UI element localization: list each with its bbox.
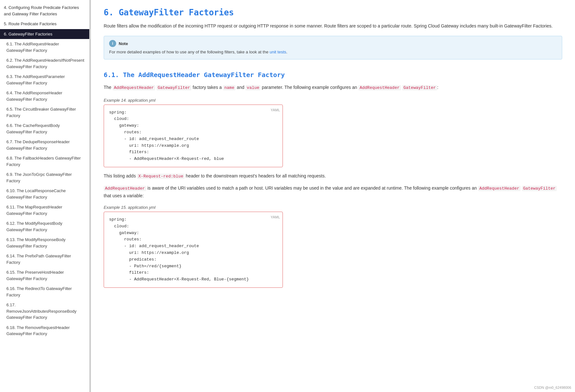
code-line: uri: https://example.org [109, 143, 277, 149]
code-block-1: spring: cloud: gateway: routes: - id: ad… [104, 105, 283, 167]
sidebar-item-item-6-15[interactable]: 6.15. The PreserveHostHeader GatewayFilt… [0, 267, 89, 284]
sidebar-item-item-6-12[interactable]: 6.12. The ModifyRequestBody GatewayFilte… [0, 218, 89, 235]
sidebar-item-item-6-3[interactable]: 6.3. The AddRequestParameter GatewayFilt… [0, 72, 89, 88]
section-6-1-intro: The AddRequestHeader GatewayFilter facto… [104, 84, 562, 91]
sidebar-item-item-6-16[interactable]: 6.16. The RedirectTo GatewayFilter Facto… [0, 284, 89, 300]
inline-code-4: value [245, 85, 260, 90]
inline-code-5: AddRequestHeader [358, 85, 401, 90]
sidebar-item-item-6-10[interactable]: 6.10. The LocalResponseCache GatewayFilt… [0, 186, 89, 202]
note-text: For more detailed examples of how to use… [109, 49, 557, 55]
code-line: - id: add_request_header_route [109, 136, 277, 143]
sidebar-item-item-6-4[interactable]: 6.4. The AddResponseHeader GatewayFilter… [0, 88, 89, 104]
inline-code-body-4: GatewayFilter [522, 186, 557, 191]
inline-code-body-3: AddRequestHeader [478, 186, 521, 191]
body-after-1: header to the downstream request's heade… [185, 173, 326, 178]
code-line: cloud: [109, 116, 277, 122]
sidebar-item-item-6-13[interactable]: 6.13. The ModifyResponseBody GatewayFilt… [0, 235, 89, 251]
footer-credit: CSDN @m0_62498006 [534, 386, 571, 389]
example-1-label: Example 14. application.yml [104, 98, 562, 103]
code-line: - Path=/red/{segment} [109, 263, 277, 270]
code-tag-1: YAML [271, 107, 280, 113]
sidebar-item-item-6-8[interactable]: 6.8. The FallbackHeaders GatewayFilter F… [0, 153, 89, 169]
code-tag-2: YAML [271, 215, 280, 220]
inline-code-1: AddRequestHeader [113, 85, 155, 90]
inline-code-body-1: X-Request-red:blue [137, 174, 184, 179]
code-line: predicates: [109, 256, 277, 263]
code-line: routes: [109, 236, 277, 243]
code-line: cloud: [109, 223, 277, 230]
page-title: 6. GatewayFilter Factories [104, 8, 562, 17]
sidebar-item-item-6-14[interactable]: 6.14. The PrefixPath GatewayFilter Facto… [0, 251, 89, 267]
intro-after3: parameter. The following example configu… [260, 85, 358, 90]
sidebar-item-item-6[interactable]: 6. GatewayFilter Factories [0, 29, 89, 39]
main-content: 6. GatewayFilter Factories Route filters… [91, 0, 575, 392]
code-line: - id: add_request_header_route [109, 243, 277, 250]
inline-code-6: GatewayFilter [402, 85, 437, 90]
code-line: routes: [109, 129, 277, 136]
body-text-2: AddRequestHeader is aware of the URI var… [104, 184, 562, 200]
sidebar: 4. Configuring Route Predicate Factories… [0, 0, 90, 392]
section-6-1-title: 6.1. The AddRequestHeader GatewayFilter … [104, 71, 562, 79]
inline-code-2: GatewayFilter [156, 85, 191, 90]
code-block-2: spring: cloud: gateway: routes: - id: ad… [104, 212, 283, 288]
note-text-before: For more detailed examples of how to use… [109, 50, 268, 54]
intro-after5: : [437, 85, 438, 90]
sidebar-item-item-5[interactable]: 5. Route Predicate Factories [0, 19, 89, 29]
note-label: Note [119, 41, 128, 46]
code-line: - AddRequestHeader=X-Request-Red, Blue-{… [109, 276, 277, 283]
sidebar-item-item-6-5[interactable]: 6.5. The CircuitBreaker GatewayFilter Fa… [0, 104, 89, 121]
sidebar-item-item-6-6[interactable]: 6.6. The CacheRequestBody GatewayFilter … [0, 121, 89, 137]
body-before-1: This listing adds [104, 173, 137, 178]
note-link[interactable]: unit tests [270, 50, 286, 54]
sidebar-item-item-6-7[interactable]: 6.7. The DedupeResponseHeader GatewayFil… [0, 137, 89, 153]
body-after-2: that uses a variable: [104, 193, 144, 198]
example-2-label: Example 15. application.yml [104, 205, 562, 210]
body-mid-2: is aware of the URI variables used to ma… [146, 185, 478, 191]
sidebar-item-item-6-9[interactable]: 6.9. The JsonToGrpc GatewayFilter Factor… [0, 169, 89, 186]
note-header: i Note [109, 40, 557, 47]
intro-before: The [104, 85, 113, 90]
code-line: uri: https://example.org [109, 250, 277, 256]
intro-paragraph: Route filters allow the modification of … [104, 22, 562, 29]
code-line: spring: [109, 216, 277, 223]
code-line: gateway: [109, 230, 277, 237]
note-text-after: . [286, 50, 288, 54]
note-box: i Note For more detailed examples of how… [104, 36, 562, 59]
sidebar-item-item-6-11[interactable]: 6.11. The MapRequestHeader GatewayFilter… [0, 202, 89, 218]
body-text-1: This listing adds X-Request-red:blue hea… [104, 172, 562, 180]
intro-after1: factory takes a [191, 85, 223, 90]
sidebar-item-item-6-17[interactable]: 6.17. RemoveJsonAttributesResponseBody G… [0, 300, 89, 323]
code-line: spring: [109, 109, 277, 116]
inline-code-body-2: AddRequestHeader [104, 186, 146, 191]
code-line: filters: [109, 270, 277, 276]
sidebar-item-item-6-1[interactable]: 6.1. The AddRequestHeader GatewayFilter … [0, 39, 89, 55]
code-line: filters: [109, 149, 277, 156]
inline-code-3: name [223, 85, 236, 90]
sidebar-item-item-4[interactable]: 4. Configuring Route Predicate Factories… [0, 3, 89, 19]
intro-after2: and [236, 85, 245, 90]
code-line: gateway: [109, 122, 277, 129]
note-icon: i [109, 40, 116, 47]
sidebar-item-item-6-18[interactable]: 6.18. The RemoveRequestHeader GatewayFil… [0, 323, 89, 339]
sidebar-item-item-6-2[interactable]: 6.2. The AddRequestHeadersIfNotPresent G… [0, 55, 89, 72]
code-line: - AddRequestHeader=X-Request-red, blue [109, 156, 277, 162]
